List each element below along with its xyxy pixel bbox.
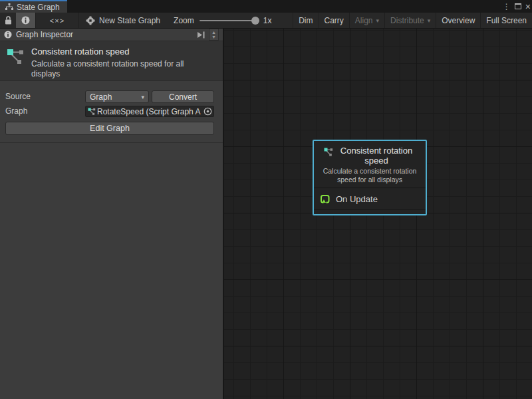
graph-row: Graph RotateSpeed (Script Graph A [0, 104, 223, 118]
graph-toolbar: <×> New State Graph Zoom [0, 13, 532, 29]
graph-summary-box: Consistent rotation speed Calculate a co… [0, 41, 223, 81]
dock-panel-icon[interactable] [197, 31, 206, 39]
dim-button-label: Dim [299, 16, 313, 25]
toolbar-left: <×> New State Graph Zoom [0, 13, 278, 28]
new-graph-label: New State Graph [99, 16, 160, 25]
unity-graph-window: State Graph ⋮ × [0, 0, 532, 399]
source-dropdown[interactable]: Graph ▾ [85, 90, 149, 103]
fullscreen-button-label: Full Screen [486, 16, 527, 25]
script-graph-icon [7, 49, 24, 66]
graph-description: Calculate a consistent rotation speed fo… [31, 59, 198, 79]
carry-button[interactable]: Carry [319, 13, 349, 28]
state-node-title: Consistent rotation speed [337, 146, 416, 166]
node-footer [314, 210, 426, 214]
edit-graph-button-label: Edit Graph [90, 124, 130, 133]
overview-button[interactable]: Overview [436, 13, 480, 28]
carry-button-label: Carry [325, 16, 344, 25]
window-menu-icon[interactable]: ⋮ [503, 2, 511, 11]
align-button[interactable]: Align ▾ [349, 13, 384, 28]
zoom-slider[interactable] [200, 20, 258, 21]
arrow-up-icon[interactable]: ▲ [211, 30, 216, 35]
tab-label: State Graph [17, 3, 60, 12]
code-icon: <×> [50, 17, 65, 25]
inspector-header: Graph Inspector ▲ ▼ [0, 29, 223, 41]
state-graph-icon [5, 3, 13, 11]
toolbar-right: Dim Carry Align ▾ Distribute ▾ Overview … [293, 13, 532, 28]
tab-bar: State Graph ⋮ × [0, 0, 532, 13]
object-picker-icon[interactable] [203, 107, 212, 116]
variables-button[interactable]: <×> [36, 13, 78, 28]
edit-graph-row: Edit Graph [0, 122, 223, 139]
distribute-button-label: Distribute [390, 16, 424, 25]
fullscreen-button[interactable]: Full Screen [480, 13, 532, 28]
inspector-title: Graph Inspector [16, 30, 193, 39]
panel-divider [0, 142, 223, 143]
convert-button-label: Convert [169, 92, 197, 102]
info-icon [21, 16, 30, 25]
convert-button[interactable]: Convert [152, 90, 214, 103]
zoom-control: Zoom 1x [167, 13, 278, 28]
dim-button[interactable]: Dim [293, 13, 318, 28]
on-update-row[interactable]: On Update [314, 188, 426, 209]
script-graph-icon [324, 148, 333, 157]
new-graph-icon [86, 16, 95, 25]
arrow-down-icon[interactable]: ▼ [211, 35, 216, 39]
on-update-icon [320, 194, 331, 204]
new-state-graph-button[interactable]: New State Graph [79, 13, 167, 28]
graph-title: Consistent rotation speed [31, 47, 216, 57]
chevron-down-icon: ▾ [141, 94, 144, 100]
source-row: Source Graph ▾ Convert [0, 90, 223, 104]
chevron-down-icon: ▾ [428, 17, 431, 24]
graph-inspector-panel: Graph Inspector ▲ ▼ [0, 29, 223, 399]
info-icon [4, 31, 12, 39]
inspector-fields: Source Graph ▾ Convert Graph [0, 90, 223, 139]
source-label: Source [5, 92, 31, 101]
state-node-consistent-rotation[interactable]: Consistent rotation speed Calculate a co… [313, 140, 427, 215]
on-update-label: On Update [336, 194, 378, 204]
close-icon[interactable]: × [525, 3, 531, 10]
graph-field-label: Graph [5, 106, 27, 116]
state-node-description: Calculate a consistent rotation speed fo… [318, 167, 422, 184]
zoom-value: 1x [263, 16, 272, 25]
script-graph-icon [88, 108, 96, 116]
state-node-header: Consistent rotation speed Calculate a co… [314, 141, 426, 188]
edit-graph-button[interactable]: Edit Graph [5, 122, 214, 135]
lock-icon [5, 16, 12, 25]
inspector-toggle-button[interactable] [16, 13, 35, 28]
chevron-down-icon: ▾ [376, 17, 380, 24]
graph-object-field[interactable]: RotateSpeed (Script Graph A [85, 106, 214, 117]
zoom-label: Zoom [174, 16, 194, 25]
tab-state-graph[interactable]: State Graph [0, 0, 67, 13]
graph-canvas[interactable]: Consistent rotation speed Calculate a co… [224, 29, 532, 399]
overview-button-label: Overview [442, 16, 475, 25]
distribute-button[interactable]: Distribute ▾ [384, 13, 436, 28]
zoom-slider-handle[interactable] [251, 17, 259, 25]
graph-object-value: RotateSpeed (Script Graph A [97, 107, 203, 116]
window-controls: ⋮ × [503, 0, 531, 13]
panel-scroller[interactable]: ▲ ▼ [209, 29, 219, 41]
lock-button[interactable] [0, 13, 16, 28]
maximize-icon[interactable] [515, 3, 521, 9]
source-dropdown-value: Graph [90, 92, 112, 102]
align-button-label: Align [355, 16, 373, 25]
